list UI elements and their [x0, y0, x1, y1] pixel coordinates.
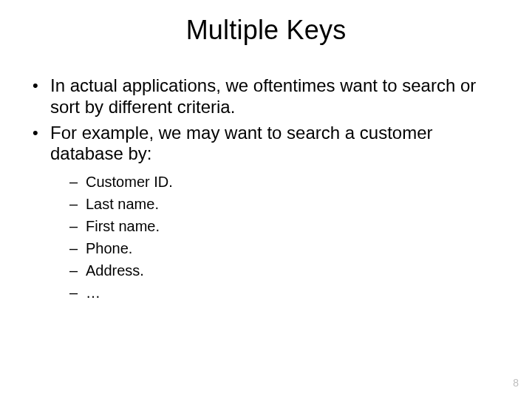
- bullet-list: In actual applications, we oftentimes wa…: [30, 75, 502, 303]
- sub-bullet-item: Customer ID.: [69, 172, 502, 192]
- sub-bullet-text: Address.: [86, 262, 144, 279]
- sub-bullet-text: Phone.: [86, 240, 132, 256]
- sub-bullet-item: …: [69, 283, 502, 303]
- bullet-item: In actual applications, we oftentimes wa…: [30, 75, 502, 118]
- sub-bullet-item: Phone.: [69, 239, 502, 259]
- sub-bullet-item: First name.: [69, 216, 502, 236]
- slide: Multiple Keys In actual applications, we…: [0, 0, 532, 399]
- sub-bullet-text: …: [86, 284, 100, 301]
- sub-bullet-list: Customer ID. Last name. First name. Phon…: [50, 172, 502, 303]
- sub-bullet-text: Last name.: [86, 196, 159, 212]
- bullet-text: In actual applications, we oftentimes wa…: [50, 75, 476, 117]
- sub-bullet-item: Address.: [69, 261, 502, 281]
- sub-bullet-text: First name.: [86, 218, 160, 234]
- slide-body: In actual applications, we oftentimes wa…: [0, 46, 532, 303]
- bullet-text: For example, we may want to search a cus…: [50, 123, 433, 164]
- slide-title: Multiple Keys: [0, 0, 532, 46]
- page-number: 8: [513, 377, 519, 389]
- sub-bullet-item: Last name.: [69, 194, 502, 214]
- sub-bullet-text: Customer ID.: [86, 174, 173, 190]
- bullet-item: For example, we may want to search a cus…: [30, 123, 502, 304]
